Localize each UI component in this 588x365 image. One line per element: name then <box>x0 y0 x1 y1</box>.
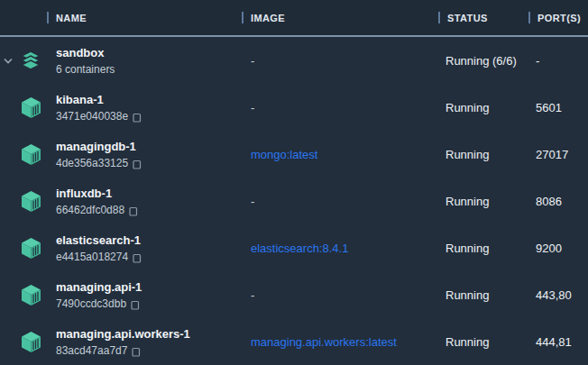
copy-icon[interactable] <box>129 205 140 216</box>
copy-icon[interactable] <box>131 298 142 310</box>
row-gutter <box>0 37 56 84</box>
container-icon <box>22 332 41 352</box>
container-subline: e4415a018274 <box>56 250 242 264</box>
container-id: 66462dfc0d88 <box>56 203 124 217</box>
table-row[interactable]: elasticsearch-1 e4415a018274 elasticsear… <box>0 224 588 271</box>
copy-icon[interactable] <box>133 251 143 263</box>
ports-cell: 444,81 <box>528 335 588 349</box>
status-cell: Running <box>438 288 528 302</box>
container-id: e4415a018274 <box>56 250 128 264</box>
header-spacer <box>0 0 47 35</box>
container-subline: 7490ccdc3dbb <box>56 297 242 311</box>
table-row[interactable]: sandbox 6 containers - Running (6/6) - <box>0 37 588 84</box>
column-header-ports: PORT(S) <box>528 0 588 35</box>
container-name[interactable]: managing.api-1 <box>56 279 242 295</box>
image-link[interactable]: elasticsearch:8.4.1 <box>242 242 438 255</box>
container-name[interactable]: sandbox <box>56 45 242 60</box>
ports-cell: 8086 <box>528 195 588 208</box>
row-icon <box>21 284 41 306</box>
container-name[interactable]: managingdb-1 <box>56 139 242 154</box>
column-header-label: PORT(S) <box>537 13 581 23</box>
ports-cell: - <box>528 54 588 68</box>
name-cell: sandbox 6 containers <box>56 45 242 77</box>
table-body: sandbox 6 containers - Running (6/6) - <box>0 37 588 365</box>
container-id: 4de356a33125 <box>56 156 128 170</box>
table-row[interactable]: kibana-1 3471e040038e - Running 5601 <box>0 84 588 131</box>
container-icon <box>22 97 41 118</box>
column-header-label: NAME <box>56 13 87 23</box>
table-row[interactable]: managing.api-1 7490ccdc3dbb - Running 44… <box>0 271 588 318</box>
row-gutter <box>0 178 56 224</box>
container-id: 6 containers <box>56 62 115 77</box>
row-gutter <box>0 318 56 365</box>
container-name[interactable]: elasticsearch-1 <box>56 233 242 248</box>
row-icon <box>21 96 41 118</box>
image-cell: - <box>242 54 438 68</box>
container-icon <box>22 144 41 165</box>
chevron-down-icon[interactable] <box>3 55 14 66</box>
name-cell: managing.api.workers-1 83acd47aa7d7 <box>56 326 242 358</box>
status-cell: Running <box>438 242 528 255</box>
image-cell: - <box>242 288 438 302</box>
row-icon <box>21 143 41 165</box>
container-id: 3471e040038e <box>56 109 128 123</box>
container-subline: 4de356a33125 <box>56 156 242 170</box>
column-divider <box>242 12 243 23</box>
column-header-label: IMAGE <box>251 13 285 23</box>
row-gutter <box>0 271 56 318</box>
ports-cell: 5601 <box>528 101 588 114</box>
table-row[interactable]: managing.api.workers-1 83acd47aa7d7 mana… <box>0 318 588 365</box>
table-row[interactable]: influxdb-1 66462dfc0d88 - Running 8086 <box>0 178 588 224</box>
status-cell: Running <box>438 335 528 349</box>
container-icon <box>22 285 41 306</box>
image-cell: - <box>242 101 438 114</box>
status-cell: Running <box>438 148 528 161</box>
name-cell: kibana-1 3471e040038e <box>56 92 242 123</box>
status-cell: Running <box>438 195 528 208</box>
image-link[interactable]: mongo:latest <box>242 148 438 161</box>
row-gutter <box>0 84 56 131</box>
row-icon <box>21 237 41 259</box>
container-id: 83acd47aa7d7 <box>56 343 127 358</box>
container-subline: 83acd47aa7d7 <box>56 343 242 358</box>
column-header-label: STATUS <box>447 13 488 23</box>
column-header-status: STATUS <box>438 0 528 35</box>
name-cell: managing.api-1 7490ccdc3dbb <box>56 279 242 311</box>
image-cell: - <box>242 195 438 208</box>
ports-cell: 443,80 <box>528 288 588 302</box>
container-subline: 66462dfc0d88 <box>56 203 242 217</box>
name-cell: managingdb-1 4de356a33125 <box>56 139 242 170</box>
container-icon <box>22 191 41 212</box>
containers-table: NAME IMAGE STATUS PORT(S) <box>0 0 588 365</box>
row-gutter <box>0 224 56 271</box>
row-icon <box>21 331 41 352</box>
container-subline: 3471e040038e <box>56 109 242 123</box>
column-header-name: NAME <box>47 0 242 35</box>
row-gutter <box>0 131 56 178</box>
ports-cell: 27017 <box>528 148 588 161</box>
container-name[interactable]: kibana-1 <box>56 92 242 107</box>
row-icon <box>21 190 41 212</box>
container-name[interactable]: managing.api.workers-1 <box>56 326 242 342</box>
column-divider <box>528 12 530 23</box>
name-cell: influxdb-1 66462dfc0d88 <box>56 186 242 217</box>
ports-cell: 9200 <box>528 242 588 255</box>
container-id: 7490ccdc3dbb <box>56 297 126 311</box>
container-subline: 6 containers <box>56 62 242 77</box>
container-icon <box>22 238 41 259</box>
image-link[interactable]: managing.api.workers:latest <box>242 335 438 349</box>
column-divider <box>47 12 49 23</box>
row-icon <box>21 50 41 71</box>
stack-icon <box>21 50 41 70</box>
copy-icon[interactable] <box>132 345 142 357</box>
column-header-image: IMAGE <box>242 0 438 35</box>
status-cell: Running <box>438 101 528 114</box>
table-row[interactable]: managingdb-1 4de356a33125 mongo:latest R… <box>0 131 588 178</box>
container-name[interactable]: influxdb-1 <box>56 186 242 201</box>
table-header: NAME IMAGE STATUS PORT(S) <box>0 0 588 37</box>
copy-icon[interactable] <box>133 158 143 169</box>
copy-icon[interactable] <box>133 111 143 123</box>
column-divider <box>438 12 440 23</box>
status-cell: Running (6/6) <box>438 54 528 68</box>
name-cell: elasticsearch-1 e4415a018274 <box>56 233 242 264</box>
